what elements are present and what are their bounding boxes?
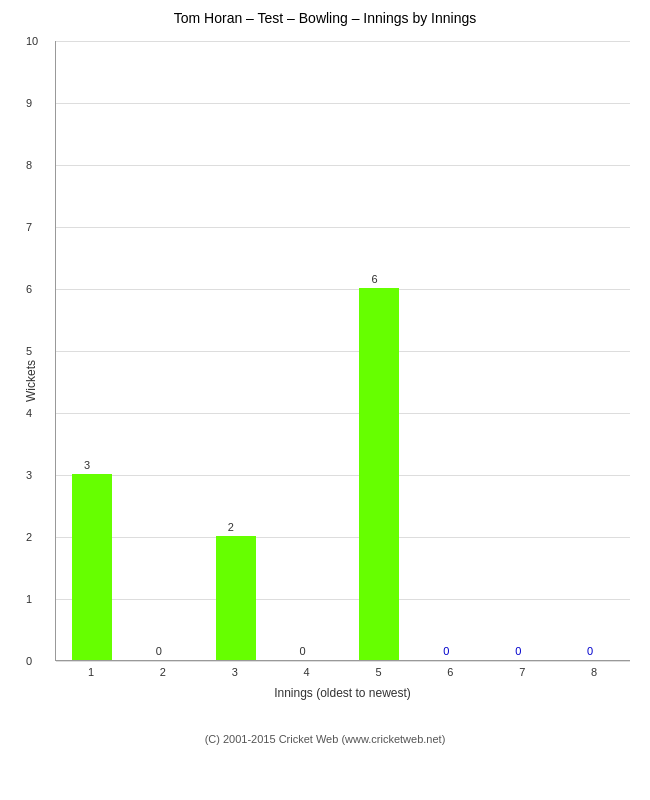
grid-line (56, 165, 630, 166)
x-tick-label: 5 (343, 666, 415, 678)
chart-container: Tom Horan – Test – Bowling – Innings by … (0, 0, 650, 800)
x-tick-label: 8 (558, 666, 630, 678)
bar (216, 536, 256, 660)
y-tick-label: 3 (26, 469, 32, 481)
grid-line (56, 537, 630, 538)
x-axis-title: Innings (oldest to newest) (55, 686, 630, 700)
bar-top-label: 6 (371, 273, 377, 285)
y-axis-label: Wickets (24, 360, 38, 402)
grid-line (56, 475, 630, 476)
grid-line (56, 413, 630, 414)
grid-line (56, 227, 630, 228)
bar (72, 474, 112, 660)
y-tick-label: 1 (26, 593, 32, 605)
x-axis-labels: 12345678 (55, 666, 630, 678)
chart-area: Wickets 01234567891030206000 12345678 In… (55, 41, 630, 721)
x-tick-label: 3 (199, 666, 271, 678)
y-tick-label: 2 (26, 531, 32, 543)
grid-line (56, 103, 630, 104)
grid-line (56, 661, 630, 662)
y-tick-label: 6 (26, 283, 32, 295)
footer-text: (C) 2001-2015 Cricket Web (www.cricketwe… (0, 733, 650, 745)
grid-line (56, 41, 630, 42)
y-tick-label: 5 (26, 345, 32, 357)
bar-top-label: 0 (443, 645, 449, 657)
bar-top-label: 0 (515, 645, 521, 657)
y-tick-label: 10 (26, 35, 38, 47)
bar-top-label: 2 (228, 521, 234, 533)
y-tick-label: 4 (26, 407, 32, 419)
plot-area: 01234567891030206000 (55, 41, 630, 661)
bar-top-label: 0 (587, 645, 593, 657)
grid-line (56, 289, 630, 290)
x-tick-label: 7 (486, 666, 558, 678)
chart-title: Tom Horan – Test – Bowling – Innings by … (0, 0, 650, 31)
x-tick-label: 6 (414, 666, 486, 678)
y-tick-label: 8 (26, 159, 32, 171)
bar-top-label: 0 (156, 645, 162, 657)
x-tick-label: 1 (55, 666, 127, 678)
bar-top-label: 0 (300, 645, 306, 657)
grid-line (56, 351, 630, 352)
y-tick-label: 7 (26, 221, 32, 233)
y-tick-label: 9 (26, 97, 32, 109)
grid-line (56, 599, 630, 600)
y-tick-label: 0 (26, 655, 32, 667)
bar (359, 288, 399, 660)
x-tick-label: 2 (127, 666, 199, 678)
bar-top-label: 3 (84, 459, 90, 471)
x-tick-label: 4 (271, 666, 343, 678)
